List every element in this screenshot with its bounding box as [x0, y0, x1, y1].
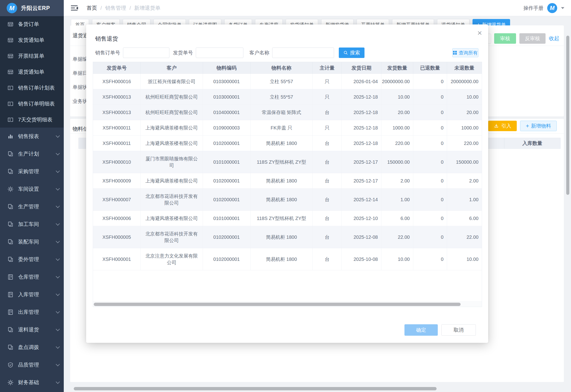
sidebar-item-采购管理[interactable]: 采购管理	[0, 163, 64, 180]
sidebar-item-label: 7天交货明细表	[18, 116, 59, 123]
sidebar-item-7天交货明细表[interactable]: 7天交货明细表	[0, 112, 64, 127]
unaudit-button[interactable]: 反审核	[519, 33, 545, 44]
table-row[interactable]: XSFH000001北京注意力文化发展有限公司0102000001简易机柜 18…	[93, 248, 482, 270]
chevron-down-icon	[56, 169, 60, 173]
close-icon[interactable]: ×	[477, 29, 482, 37]
book-icon	[7, 274, 14, 280]
cell: 上海避风塘茶楼有限公司	[141, 120, 203, 136]
cell: 2.00	[381, 173, 413, 189]
confirm-button[interactable]: 确定	[405, 324, 438, 336]
sidebar-item-销售订单计划表[interactable]: 销售订单计划表	[0, 80, 64, 96]
chevron-down-icon	[56, 257, 60, 261]
book-icon	[7, 291, 14, 298]
cell: 0	[413, 151, 447, 173]
horizontal-scrollbar-thumb[interactable]	[74, 387, 436, 390]
table-row[interactable]: XSFH000013杭州旺旺旺商贸有限公司0104000001常温保存箱 矩阵式…	[93, 105, 482, 120]
sidebar-item-label: 采购管理	[18, 168, 56, 175]
breadcrumb-current: 新增退货单	[134, 4, 160, 12]
chevron-down-icon	[56, 134, 60, 138]
sidebar-item-委外管理[interactable]: 委外管理	[0, 251, 64, 268]
add-material-button[interactable]: + 新增物料	[520, 121, 557, 131]
table-row[interactable]: XSFH000006上海避风塘茶楼有限公司0101000001118S ZY型纸…	[93, 211, 482, 226]
cell: 2025-10-08	[342, 248, 381, 270]
docs-icon	[7, 344, 14, 351]
import-button[interactable]: 引入	[488, 121, 517, 131]
cell: 立柱 55*57	[251, 89, 313, 105]
user-avatar[interactable]: M	[547, 3, 557, 13]
docs-icon	[7, 326, 14, 333]
table-row[interactable]: XSFH000009上海避风塘茶楼有限公司0102000001简易机柜 1800…	[93, 173, 482, 189]
cell: 0104000001	[203, 105, 251, 120]
sidebar-item-车间设置[interactable]: 车间设置	[0, 180, 64, 198]
table-row[interactable]: XSFH000011上海避风塘茶楼有限公司0102000001简易机柜 1800…	[93, 136, 482, 151]
audit-button[interactable]: 审核	[494, 33, 516, 44]
cell: 20.00	[381, 105, 413, 120]
cell: 6.00	[447, 211, 482, 226]
sidebar-item-仓库管理[interactable]: 仓库管理	[0, 268, 64, 286]
cell: 2025-12-17	[342, 151, 381, 173]
sidebar-item-备货订单[interactable]: 备货订单	[0, 16, 64, 32]
column-header-已退数量: 已退数量	[413, 62, 447, 74]
column-header-发货日期: 发货日期	[342, 62, 381, 74]
collapse-link[interactable]: 收起	[549, 35, 559, 42]
sidebar-item-盘点调拨[interactable]: 盘点调拨	[0, 338, 64, 356]
cell: 0103000001	[203, 89, 251, 105]
table-hscroll-thumb[interactable]	[94, 303, 461, 306]
sidebar-item-退货通知单[interactable]: 退货通知单	[0, 64, 64, 80]
table-row[interactable]: XSFH000011上海避风塘茶楼有限公司0109000003FK井盖 只只20…	[93, 120, 482, 136]
sidebar-item-label: 入库管理	[18, 291, 56, 298]
cell: XSFH000006	[93, 211, 141, 226]
sidebar-item-品质管理[interactable]: 品质管理	[0, 356, 64, 374]
table-icon	[7, 53, 14, 59]
docs-icon	[7, 221, 14, 228]
sidebar-item-出库管理[interactable]: 出库管理	[0, 303, 64, 321]
cell: 简易机柜 1800	[251, 136, 313, 151]
table-row[interactable]: XSFH000007北京都市花语科技开发有限公司0102000001简易机柜 1…	[93, 189, 482, 211]
chevron-down-icon	[56, 309, 60, 314]
cancel-button[interactable]: 取消	[441, 324, 476, 336]
table-row[interactable]: XSFH000013杭州旺旺旺商贸有限公司0103000001立柱 55*57只…	[93, 89, 482, 105]
delivery-no-input[interactable]	[196, 47, 243, 58]
customer-name-input[interactable]	[272, 47, 334, 58]
query-all-button[interactable]: 查询所有	[452, 48, 479, 57]
table-icon	[7, 21, 14, 28]
sidebar-item-销售订单明细表[interactable]: 销售订单明细表	[0, 96, 64, 112]
search-button[interactable]: 搜索	[339, 47, 364, 58]
cell: 0	[413, 211, 447, 226]
breadcrumb-section[interactable]: 销售管理	[105, 4, 126, 12]
sidebar-item-发货通知单[interactable]: 发货通知单	[0, 32, 64, 48]
menu-fold-icon[interactable]	[71, 5, 78, 11]
cell: XSFH000016	[93, 74, 141, 89]
sidebar-item-生产计划[interactable]: 生产计划	[0, 145, 64, 163]
breadcrumb-separator: /	[129, 5, 131, 11]
cell: 台	[313, 248, 342, 270]
table-row[interactable]: XSFH000005北京都市花语科技开发有限公司0102000001简易机柜 1…	[93, 226, 482, 248]
cell: 2025-12-18	[342, 120, 381, 136]
sidebar-item-退料退货[interactable]: 退料退货	[0, 321, 64, 338]
sidebar-item-开票结算单[interactable]: 开票结算单	[0, 48, 64, 64]
sidebar-item-装配车间[interactable]: 装配车间	[0, 233, 64, 251]
chevron-down-icon[interactable]	[561, 7, 564, 9]
cell: 0102000001	[203, 136, 251, 151]
breadcrumb-home[interactable]: 首页	[87, 4, 97, 12]
sidebar-menu: 销售报表生产计划采购管理车间设置生产管理加工车间装配车间委外管理仓库管理入库管理…	[0, 127, 64, 391]
cell: 简易机柜 1800	[251, 173, 313, 189]
sidebar-item-财务基础[interactable]: 财务基础	[0, 374, 64, 391]
cell: 北京都市花语科技开发有限公司	[141, 189, 203, 211]
cell: 0	[413, 89, 447, 105]
column-header-物料名称: 物料名称	[251, 62, 313, 74]
book-open-icon	[7, 84, 14, 91]
sidebar-item-销售报表[interactable]: 销售报表	[0, 127, 64, 145]
cell: 台	[313, 211, 342, 226]
table-row[interactable]: XSFH000010厦门市黑眼睛服饰有限公司0101000001118S ZY型…	[93, 151, 482, 173]
table-row[interactable]: XSFH000016浙江裕兴传媒有限公司0103000001立柱 55*57只2…	[93, 74, 482, 89]
sales-order-input[interactable]	[123, 47, 169, 58]
cell: XSFH000001	[93, 248, 141, 270]
vertical-scrollbar-thumb[interactable]	[566, 36, 569, 195]
manual-link[interactable]: 操作手册	[523, 5, 543, 11]
cell: 0	[413, 120, 447, 136]
sidebar-item-生产管理[interactable]: 生产管理	[0, 198, 64, 215]
sidebar-item-入库管理[interactable]: 入库管理	[0, 286, 64, 303]
sidebar-item-加工车间[interactable]: 加工车间	[0, 215, 64, 233]
cell: 0	[413, 226, 447, 248]
